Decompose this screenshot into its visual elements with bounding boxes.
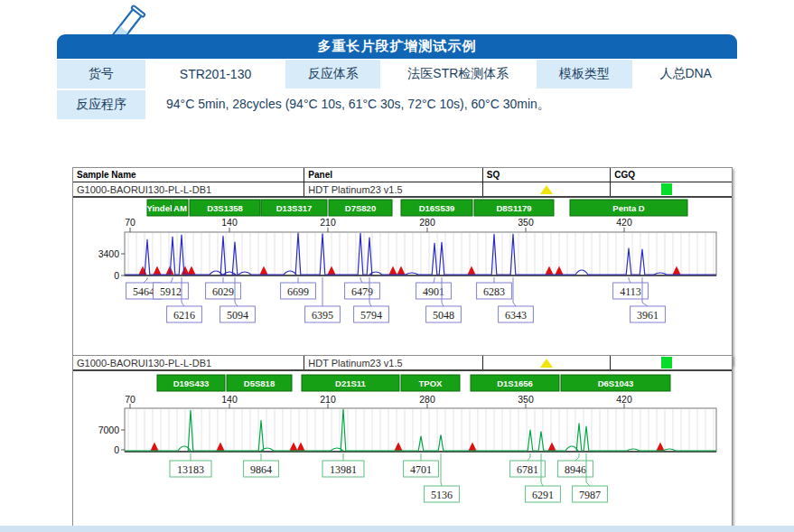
peak-label: 3961: [637, 309, 659, 322]
peak-label: 6781: [517, 463, 538, 476]
peak-label: 6283: [483, 285, 505, 298]
marker-label: D6S1043: [598, 378, 634, 388]
peak-label: 5136: [431, 489, 453, 501]
size-standard-peak: [182, 266, 190, 275]
size-standard-peak: [151, 443, 159, 452]
size-standard-peak: [328, 266, 336, 275]
electropherogram-panel-2: G1000-BAORUI130-PL-L-DB1HDT Platinum23 v…: [72, 355, 733, 530]
sq-cell: [483, 182, 612, 196]
column-header-panel: Panel: [304, 168, 482, 182]
reaction-system-value: 法医STR检测体系: [382, 60, 535, 89]
cgq-cell: [611, 356, 732, 369]
info-table: 货号 STR201-130 反应体系 法医STR检测体系 模板类型 人总DNA …: [57, 60, 737, 121]
marker-label: D13S317: [276, 203, 313, 213]
peak-label: 5794: [360, 309, 382, 322]
panel-name-value: HDT Platinum23 v1.5: [304, 356, 482, 369]
cgq-flag-icon: [661, 183, 672, 195]
x-tick-label: 140: [221, 217, 238, 228]
column-header-sq: SQ: [483, 168, 612, 182]
peak-label: 6395: [312, 309, 333, 322]
cgq-flag-icon: [661, 357, 672, 369]
x-tick-label: 350: [518, 217, 534, 228]
peak-label: 6699: [287, 285, 309, 298]
y-tick-label: 7000: [98, 425, 120, 435]
marker-label: AM: [173, 203, 187, 213]
marker-label: D19S433: [173, 378, 210, 388]
peak-label: 4113: [620, 285, 641, 298]
sq-cell: [483, 356, 612, 369]
info-row-2: 反应程序 94°C 5min, 28cycles (94°C 10s, 61°C…: [57, 90, 737, 119]
peak-label: 5464: [133, 285, 154, 298]
x-tick-label: 210: [320, 217, 336, 228]
x-tick-label: 350: [518, 394, 534, 405]
catalog-value: STR201-130: [147, 60, 285, 89]
x-tick-label: 140: [221, 394, 238, 405]
peak-label: 7987: [579, 489, 601, 501]
size-standard-peak: [548, 443, 556, 452]
size-standard-peak: [188, 266, 196, 275]
peak-label: 5912: [160, 285, 182, 298]
peak-label: 4901: [423, 285, 444, 298]
column-header-sample-name: Sample Name: [73, 168, 304, 182]
peak-label: 4701: [410, 463, 432, 476]
reaction-system-label: 反应体系: [285, 60, 380, 89]
program-label: 反应程序: [57, 90, 145, 119]
sq-flag-icon: [540, 185, 553, 194]
template-type-label: 模板类型: [537, 60, 633, 89]
label-connector: [575, 453, 579, 461]
marker-label: TPOX: [419, 378, 444, 388]
panel-table-header: Sample NamePanelSQCGQ: [73, 168, 732, 182]
x-tick-label: 420: [616, 217, 632, 228]
peak-label: 6029: [212, 285, 234, 298]
label-connector: [171, 277, 173, 283]
size-standard-peak: [556, 266, 564, 275]
peak-label: 9864: [250, 463, 272, 476]
page: { "page": { "title": "多重长片段扩增测试示例", "acc…: [0, 0, 794, 532]
template-type-value: 人总DNA: [634, 60, 737, 89]
y-tick-label: 3400: [98, 248, 120, 259]
cgq-cell: [611, 182, 732, 196]
info-row-1: 货号 STR201-130 反应体系 法医STR检测体系 模板类型 人总DNA: [57, 60, 737, 89]
x-tick-label: 420: [616, 394, 632, 405]
marker-label: D5S818: [244, 378, 275, 388]
x-tick-label: 70: [125, 394, 135, 405]
peak-label: 5048: [433, 309, 454, 322]
electropherogram-panel-2-chart: D19S433D5S818D21S11TPOXD1S1656D6S1043701…: [73, 371, 732, 526]
size-standard-peak: [395, 443, 403, 452]
sample-row: G1000-BAORUI130-PL-L-DB1HDT Platinum23 v…: [73, 356, 732, 371]
size-standard-peak: [297, 443, 305, 452]
size-standard-peak: [468, 266, 476, 275]
label-connector: [360, 277, 362, 283]
column-header-cgq: CGQ: [611, 168, 732, 182]
marker-label: Penta D: [612, 203, 645, 213]
page-title: 多重长片段扩增测试示例: [318, 38, 477, 55]
x-tick-label: 280: [419, 217, 435, 228]
panel-name-value: HDT Platinum23 v1.5: [304, 182, 482, 196]
electropherogram-panel-1: Sample NamePanelSQCGQG1000-BAORUI130-PL-…: [72, 167, 733, 365]
peak-label: 6343: [505, 309, 527, 322]
label-connector: [441, 453, 442, 486]
x-tick-label: 70: [125, 217, 135, 228]
marker-label: D8S1179: [496, 203, 531, 213]
peak-label: 8946: [565, 463, 586, 476]
sample-name-value: G1000-BAORUI130-PL-L-DB1: [73, 182, 304, 196]
label-connector: [513, 277, 516, 306]
peak-label: 6291: [532, 489, 554, 501]
peak-label: 5094: [227, 309, 248, 322]
label-connector: [528, 453, 530, 461]
page-bottom-strip: [0, 526, 794, 532]
catalog-label: 货号: [57, 60, 145, 89]
marker-label: D3S1358: [207, 203, 243, 213]
marker-label: D21S11: [335, 378, 367, 388]
size-standard-peak: [546, 266, 554, 275]
x-tick-label: 280: [419, 394, 435, 405]
peak-label: 13981: [330, 463, 357, 476]
marker-label: D16S539: [419, 203, 455, 213]
label-connector: [144, 277, 147, 283]
sq-flag-icon: [540, 359, 553, 368]
label-connector: [434, 277, 434, 283]
electropherogram-panel-1-chart: YindelAMD3S1358D13S317D7S820D16S539D8S11…: [73, 198, 732, 360]
peak-label: 13183: [177, 463, 204, 476]
peak-label: 6216: [173, 309, 195, 322]
label-connector: [629, 277, 631, 283]
